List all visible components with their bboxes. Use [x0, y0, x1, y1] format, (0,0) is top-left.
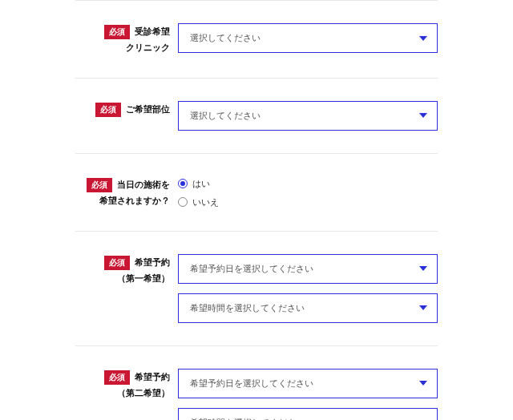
- row-clinic: 必須 受診希望 クリニック 選択してください: [75, 0, 438, 78]
- sameday-radio-no[interactable]: いいえ: [178, 196, 438, 208]
- part-select-text: 選択してください: [190, 110, 261, 122]
- clinic-select-text: 選択してください: [190, 32, 261, 44]
- pref2-date-select-text: 希望予約日を選択してください: [190, 378, 313, 390]
- pref2-date-select[interactable]: 希望予約日を選択してください: [178, 369, 438, 398]
- chevron-down-icon: [419, 266, 427, 271]
- pref1-date-select-text: 希望予約日を選択してください: [190, 263, 313, 275]
- radio-unchecked-icon: [178, 197, 188, 207]
- chevron-down-icon: [419, 113, 427, 118]
- sameday-radio-yes[interactable]: はい: [178, 178, 438, 190]
- sameday-radio-yes-label: はい: [192, 178, 210, 190]
- pref1-date-select[interactable]: 希望予約日を選択してください: [178, 254, 438, 284]
- field-label-pref2-line2: （第二希望）: [117, 386, 170, 401]
- field-label-pref1-line2: （第一希望）: [117, 272, 170, 286]
- required-badge: 必須: [95, 103, 121, 117]
- clinic-select[interactable]: 選択してください: [178, 23, 438, 53]
- field-label-sameday-line2: 希望されますか？: [99, 194, 170, 208]
- chevron-down-icon: [419, 305, 427, 310]
- chevron-down-icon: [419, 36, 427, 41]
- label-col-pref2: 必須 希望予約 （第二希望）: [75, 369, 178, 401]
- part-select[interactable]: 選択してください: [178, 101, 438, 131]
- field-label-sameday-line1: 当日の施術を: [117, 178, 170, 192]
- radio-checked-icon: [178, 179, 188, 188]
- row-part: 必須 ご希望部位 選択してください: [75, 78, 438, 153]
- chevron-down-icon: [419, 381, 427, 386]
- label-col-sameday: 必須 当日の施術を 希望されますか？: [75, 176, 178, 208]
- label-col-clinic: 必須 受診希望 クリニック: [75, 23, 178, 55]
- required-badge: 必須: [87, 178, 112, 192]
- field-label-clinic-line2: クリニック: [126, 41, 170, 55]
- row-sameday: 必須 当日の施術を 希望されますか？ はい いいえ: [75, 153, 438, 231]
- row-pref1: 必須 希望予約 （第一希望） 希望予約日を選択してください 希望時間を選択してく…: [75, 231, 438, 345]
- field-label-part: ご希望部位: [126, 103, 170, 117]
- row-pref2: 必須 希望予約 （第二希望） 希望予約日を選択してください 希望時間を選択してく…: [75, 345, 438, 420]
- required-badge: 必須: [104, 25, 130, 39]
- sameday-radio-no-label: いいえ: [192, 196, 219, 208]
- field-label-pref2-line1: 希望予約: [135, 370, 170, 385]
- field-label-pref1-line1: 希望予約: [135, 256, 170, 270]
- field-label-clinic-line1: 受診希望: [135, 25, 170, 39]
- pref2-time-select-text: 希望時間を選択してください: [190, 417, 305, 420]
- required-badge: 必須: [104, 256, 130, 270]
- pref1-time-select[interactable]: 希望時間を選択してください: [178, 293, 438, 323]
- label-col-part: 必須 ご希望部位: [75, 101, 178, 117]
- pref1-time-select-text: 希望時間を選択してください: [190, 302, 305, 314]
- pref2-time-select[interactable]: 希望時間を選択してください: [178, 408, 438, 420]
- label-col-pref1: 必須 希望予約 （第一希望）: [75, 254, 178, 286]
- required-badge: 必須: [104, 370, 130, 385]
- sameday-radio-group: はい いいえ: [178, 176, 438, 208]
- reservation-form: 必須 受診希望 クリニック 選択してください 必須 ご希望部位 選択してください: [0, 0, 513, 420]
